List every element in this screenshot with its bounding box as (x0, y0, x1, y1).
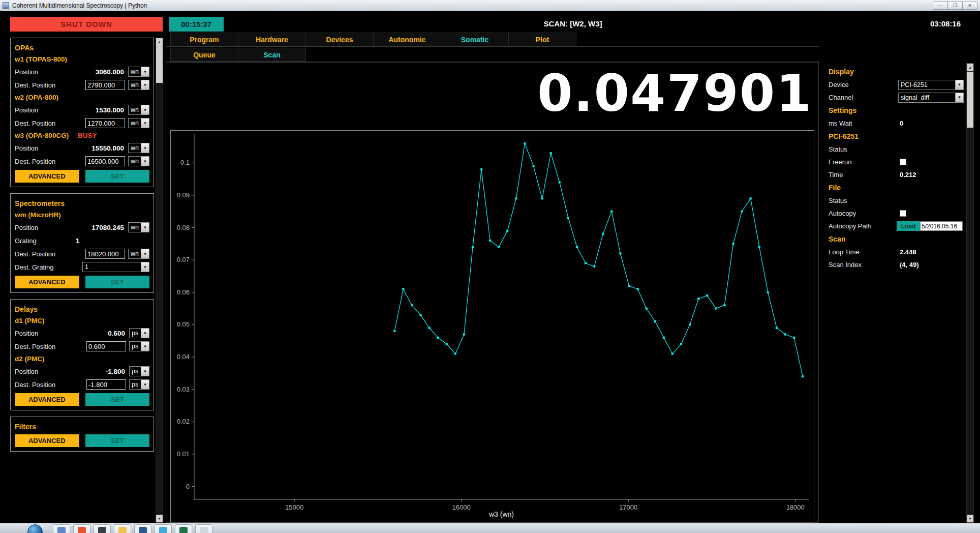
w3-dest-input[interactable] (85, 156, 125, 166)
app-window-taskbar-icon[interactable] (53, 524, 70, 533)
chevron-down-icon (141, 105, 149, 114)
folder-glyph (118, 527, 127, 533)
wm-dest-input[interactable] (85, 249, 125, 259)
time-row: Time 0.212 (829, 168, 964, 181)
opas-set-button[interactable]: SET (85, 170, 150, 183)
scroll-down-icon[interactable] (156, 515, 163, 522)
scan-index-row: Scan Index (4, 49) (829, 258, 964, 271)
scroll-up-icon[interactable] (967, 64, 973, 71)
d1-dest-units-select[interactable]: ps (129, 341, 149, 351)
close-button[interactable]: ✕ (962, 2, 977, 10)
start-button[interactable] (27, 524, 43, 533)
tab-program[interactable]: Program (170, 33, 238, 46)
autocopy-label: Autocopy (829, 210, 900, 217)
wm-dest-units-select[interactable]: wn (128, 249, 149, 259)
tab-hardware[interactable]: Hardware (238, 33, 306, 46)
w2-dest-input[interactable] (85, 118, 125, 128)
w3-busy-badge: BUSY (78, 132, 97, 139)
chevron-down-icon (141, 367, 149, 376)
wm-position-value: 17080.245 (91, 224, 124, 231)
dest-position-label: Dest. Position (15, 343, 86, 350)
wm-dest-grating-select[interactable]: 1 (82, 262, 149, 272)
scrollbar-thumb[interactable] (156, 46, 163, 83)
browser-red-taskbar-icon[interactable] (73, 524, 90, 533)
channel-select[interactable]: signal_diff (898, 93, 964, 103)
autocopy-checkbox[interactable] (900, 210, 906, 217)
delays-panel: Delays d1 (PMC) Position 0.600 ps Dest. … (10, 299, 154, 410)
position-label: Position (15, 330, 108, 337)
tab-somatic[interactable]: Somatic (441, 33, 509, 46)
w2-dest-units-select[interactable]: wn (128, 118, 149, 128)
maximize-button[interactable]: ❐ (947, 2, 963, 10)
d1-dest-input[interactable] (86, 341, 126, 351)
opas-advanced-button[interactable]: ADVANCED (15, 170, 79, 183)
right-panel-scrollbar[interactable] (966, 63, 974, 523)
signal-readout: 0.047901 (537, 67, 812, 120)
chevron-down-icon (141, 262, 149, 272)
media-player-taskbar-icon[interactable] (94, 524, 111, 533)
svg-text:0.07: 0.07 (177, 256, 190, 263)
window-titlebar: Coherent Multidimensional Spectroscopy |… (0, 0, 980, 11)
d2-dest-row: Dest. Position ps (15, 378, 149, 391)
delays-advanced-button[interactable]: ADVANCED (15, 393, 79, 406)
w3-units-value: wn (129, 143, 141, 153)
spectrometers-advanced-button[interactable]: ADVANCED (15, 276, 79, 288)
d2-dest-units-value: ps (130, 380, 141, 389)
scroll-up-icon[interactable] (156, 38, 163, 46)
tab-plot[interactable]: Plot (508, 33, 576, 46)
scroll-down-icon[interactable] (967, 515, 973, 522)
channel-label: Channel (829, 94, 898, 101)
load-button[interactable]: Load (897, 221, 920, 231)
filters-set-button[interactable]: SET (85, 434, 150, 447)
notepad-taskbar-icon[interactable] (195, 524, 212, 533)
svg-text:0.03: 0.03 (177, 386, 190, 393)
svg-text:17000: 17000 (619, 504, 637, 511)
d1-units-select[interactable]: ps (129, 328, 149, 338)
d2-dest-input[interactable] (86, 379, 126, 390)
spectrometers-set-button[interactable]: SET (85, 276, 150, 288)
w1-name-label: w1 (TOPAS-800) (15, 55, 67, 63)
w1-units-select[interactable]: wn (128, 67, 149, 77)
w3-position-row: Position 15550.000 wn (15, 141, 149, 155)
d1-position-value: 0.600 (108, 330, 125, 337)
opas-title: OPAs (15, 42, 149, 53)
filters-advanced-button[interactable]: ADVANCED (15, 434, 79, 447)
tab-autonomic[interactable]: Autonomic (373, 33, 441, 46)
d2-dest-units-select[interactable]: ps (129, 379, 149, 390)
w2-units-select[interactable]: wn (128, 105, 149, 115)
sidebar-scrollbar[interactable] (156, 38, 163, 523)
w2-units-value: wn (129, 105, 141, 114)
d2-units-select[interactable]: ps (129, 366, 149, 376)
wm-units-select[interactable]: wn (128, 222, 149, 232)
opas-buttons: ADVANCED SET (15, 170, 149, 183)
w1-dest-units-select[interactable]: wn (128, 80, 149, 90)
dest-position-label: Dest. Position (15, 120, 85, 127)
scrollbar-thumb[interactable] (967, 72, 973, 128)
tab-devices[interactable]: Devices (305, 33, 374, 46)
tab-scan[interactable]: Scan (238, 48, 306, 62)
internet-explorer-taskbar-icon[interactable] (155, 524, 172, 533)
w3-dest-units-select[interactable]: wn (128, 156, 149, 166)
delays-set-button[interactable]: SET (85, 393, 150, 406)
w1-dest-input[interactable] (85, 80, 125, 90)
device-select[interactable]: PCI-6251 (898, 80, 964, 90)
svg-text:0.06: 0.06 (177, 288, 190, 296)
excel-taskbar-icon[interactable] (175, 524, 192, 533)
folder-taskbar-icon[interactable] (114, 524, 131, 533)
window-title: Coherent Multidimensional Spectroscopy |… (12, 2, 933, 9)
tab-queue[interactable]: Queue (170, 48, 238, 62)
delays-buttons: ADVANCED SET (15, 393, 149, 406)
pci-status-row: Status (829, 143, 964, 156)
spectrometers-title: Spectrometers (15, 198, 149, 209)
position-label: Position (15, 144, 91, 152)
wm-grating-value: 1 (76, 237, 80, 245)
word-taskbar-icon[interactable] (134, 524, 151, 533)
autocopy-path-input[interactable] (920, 221, 963, 231)
freerun-checkbox[interactable] (900, 159, 906, 165)
w3-dest-units-value: wn (129, 157, 141, 166)
w3-units-select[interactable]: wn (128, 143, 149, 153)
browser-red-glyph (78, 527, 86, 533)
shutdown-button[interactable]: SHUT DOWN (10, 17, 163, 32)
filters-title: Filters (15, 421, 149, 432)
minimize-button[interactable]: — (933, 2, 948, 10)
